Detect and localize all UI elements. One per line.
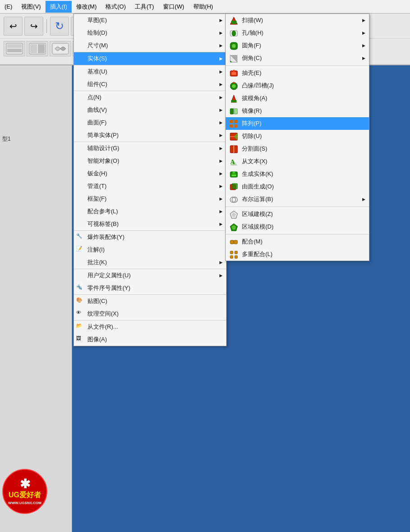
menu-help[interactable]: 帮助(H) (189, 1, 218, 13)
menu-bar: (E) 视图(V) 插入(I) 修改(M) 格式(O) 工具(T) 窗口(W) … (0, 0, 410, 14)
menu-item-from-file[interactable]: 📂从文件(R)... (74, 321, 226, 333)
menu-section-9: 📂从文件(R)... 🖼图像(A) (74, 321, 226, 346)
menu-item-frame[interactable]: 框架(F) (74, 193, 226, 205)
menu-item-texture[interactable]: 👁纹理空间(X) (74, 307, 226, 320)
gensolid-icon (229, 170, 237, 178)
scan-icon (229, 16, 237, 24)
explode-icon: 🔧 (76, 233, 84, 241)
menu-item-component[interactable]: 组件(C) (74, 78, 226, 91)
draft-icon (229, 94, 237, 102)
svg-rect-69 (232, 174, 236, 176)
menu-item-explode[interactable]: 🔧爆炸装配体(Y) (74, 231, 226, 243)
menu-item-annotation[interactable]: 📝注解(I) (74, 243, 226, 256)
menu-item-surface[interactable]: 曲面(F) (74, 116, 226, 129)
menu-item-solid[interactable]: 实体(S) (74, 52, 226, 65)
menu-edit[interactable]: (E) (0, 1, 17, 12)
divide-icon (229, 145, 237, 153)
svg-rect-54 (234, 109, 237, 114)
svg-rect-71 (232, 183, 237, 189)
svg-rect-79 (234, 240, 237, 244)
solid-menu-hole[interactable]: 孔/轴(H) (226, 27, 369, 39)
menu-format[interactable]: 格式(O) (101, 1, 130, 13)
menu-insert[interactable]: 插入(I) (46, 1, 72, 13)
svg-rect-58 (230, 124, 233, 128)
solid-menu-divide[interactable]: 分割面(S) (226, 142, 369, 155)
menu-item-dimension[interactable]: 尺寸(M) (74, 39, 226, 52)
watermark: ✱ UG爱好者 WWW.UGSNX.COM (2, 469, 52, 518)
toolbar-btn2-3[interactable] (50, 41, 71, 56)
solid-menu-mirror[interactable]: 镜像(R) (226, 105, 369, 117)
toolbar-btn-1[interactable]: ↩ (4, 17, 23, 36)
menu-item-simple-solid[interactable]: 简单实体(P) (74, 129, 226, 142)
menu-item-mate-ref[interactable]: 配合参考(L) (74, 205, 226, 218)
solid-menu-regionbuild[interactable]: 区域建模(Z) (226, 208, 369, 220)
svg-rect-47 (233, 70, 235, 72)
toolbar-btn-2[interactable]: ↪ (24, 17, 43, 36)
solid-menu-fromface[interactable]: 由面生成(O) (226, 180, 369, 193)
menu-item-datum[interactable]: 基准(U) (74, 65, 226, 78)
solid-menu-array[interactable]: 阵列(P) (226, 117, 369, 130)
svg-rect-56 (230, 120, 233, 123)
svg-point-39 (232, 31, 236, 36)
part-attr-icon: 🔩 (76, 284, 84, 292)
solid-menu-assemble[interactable]: 配合(M) (226, 235, 369, 248)
menu-item-markup[interactable]: 批注(K) (74, 256, 226, 269)
menu-tools[interactable]: 工具(T) (130, 1, 159, 13)
emboss-icon (229, 82, 237, 90)
menu-item-draw[interactable]: 绘制(D) (74, 27, 226, 39)
fillet-icon (229, 41, 237, 50)
solid-menu-fillet[interactable]: 圆角(F) (226, 39, 369, 52)
menu-item-pipe[interactable]: 管道(T) (74, 180, 226, 193)
menu-item-curve[interactable]: 曲线(V) (74, 104, 226, 116)
dropdown-solid: 扫描(W) 孔/轴(H) 圆角(F) 倒角(C) (225, 14, 369, 261)
solid-menu-draft[interactable]: 拔模角(A) (226, 92, 369, 105)
svg-rect-84 (235, 256, 237, 258)
solid-menu-bool[interactable]: 布尔运算(B) (226, 193, 369, 206)
solid-menu-multiassemble[interactable]: 多重配合(L) (226, 248, 369, 261)
menu-section-3: 基准(U) 组件(C) (74, 65, 226, 91)
texture-icon: 👁 (76, 310, 84, 318)
menu-item-user-attr[interactable]: 用户定义属性(U) (74, 269, 226, 282)
solid-separator-3 (226, 234, 369, 234)
menu-modify[interactable]: 修改(M) (72, 1, 101, 13)
assemble-icon (229, 238, 237, 246)
menu-item-part-attr[interactable]: 🔩零件序号属性(Y) (74, 282, 226, 294)
toolbar-btn2-1[interactable] (4, 41, 25, 56)
solid-menu-cut[interactable]: 切除(U) (226, 130, 369, 142)
shell-icon (229, 69, 237, 77)
solid-menu-regiondraft[interactable]: 区域拔模(D) (226, 220, 369, 233)
menu-item-visual-tag[interactable]: 可视标签(B) (74, 218, 226, 230)
watermark-text1: UG爱好者 (9, 491, 41, 500)
menu-item-sheetmetal[interactable]: 钣金(H) (74, 167, 226, 180)
solid-menu-chamfer[interactable]: 倒角(C) (226, 52, 369, 64)
regiondraft-icon (229, 223, 237, 231)
watermark-circle: ✱ UG爱好者 WWW.UGSNX.COM (2, 469, 47, 514)
toolbar-btn2-2[interactable] (27, 41, 48, 56)
svg-rect-37 (231, 21, 237, 24)
toolbar-btn-rotate[interactable]: ↻ (50, 17, 69, 36)
solid-menu-emboss[interactable]: 凸缘/凹槽(J) (226, 79, 369, 92)
menu-item-image[interactable]: 🖼图像(A) (74, 333, 226, 346)
solid-menu-gensolid[interactable]: 生成实体(K) (226, 168, 369, 180)
svg-rect-19 (7, 49, 22, 52)
menu-item-sketch[interactable]: 草图(E) (74, 14, 226, 27)
solid-menu-scan[interactable]: 扫描(W) (226, 14, 369, 27)
menu-item-aux-design[interactable]: 辅助设计(G) (74, 142, 226, 155)
svg-rect-46 (232, 72, 236, 75)
svg-rect-41 (232, 44, 236, 48)
solid-menu-shell[interactable]: 抽壳(E) (226, 67, 369, 79)
svg-rect-22 (38, 44, 45, 53)
menu-window[interactable]: 窗口(W) (159, 1, 189, 13)
svg-rect-81 (230, 251, 233, 254)
cut-icon (229, 132, 237, 140)
menu-item-point[interactable]: 点(N) (74, 91, 226, 104)
array-icon (229, 119, 237, 128)
chamfer-icon (229, 54, 237, 62)
menu-item-decal[interactable]: 🎨贴图(C) (74, 295, 226, 307)
annotation-icon: 📝 (76, 246, 84, 254)
solid-menu-fromtext[interactable]: A 从文本(X) (226, 155, 369, 168)
menu-item-smart-obj[interactable]: 智能对象(O) (74, 155, 226, 167)
solid-separator-2 (226, 206, 369, 207)
solid-separator-1 (226, 65, 369, 66)
menu-view[interactable]: 视图(V) (17, 1, 45, 13)
